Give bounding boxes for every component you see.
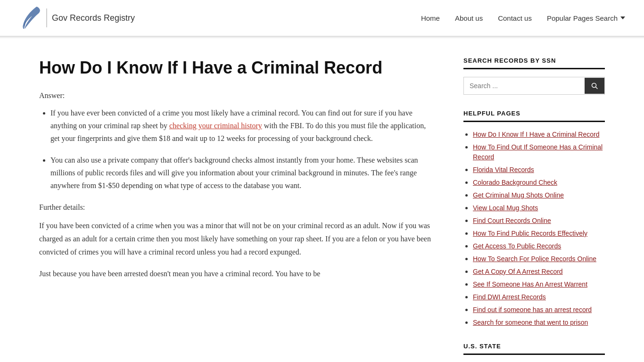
- article-body-1: If you have been convicted of a crime wh…: [39, 219, 435, 259]
- logo-divider: [46, 8, 47, 27]
- search-input[interactable]: [464, 77, 585, 94]
- helpful-list-item: Get Access To Public Records: [473, 241, 605, 251]
- helpful-link-11[interactable]: See If Someone Has An Arrest Warrent: [473, 280, 587, 288]
- helpful-link-14[interactable]: Search for someone that went to prison: [473, 319, 588, 326]
- site-name: Gov Records Registry: [52, 13, 135, 23]
- main-nav: Home About us Contact us Popular Pages S…: [421, 14, 625, 22]
- helpful-link-6[interactable]: Find Court Records Online: [473, 217, 551, 224]
- helpful-list-item: Get Criminal Mug Shots Online: [473, 190, 605, 200]
- bullet-1: If you have ever been convicted of a cri…: [50, 107, 435, 145]
- site-header: Gov Records Registry Home About us Conta…: [0, 0, 644, 36]
- us-state-title: U.S. STATE: [463, 343, 605, 355]
- helpful-list-item: View Local Mug Shots: [473, 203, 605, 213]
- search-box: [463, 77, 605, 95]
- answer-label: Answer:: [39, 91, 435, 100]
- helpful-link-10[interactable]: Get A Copy Of A Arrest Record: [473, 268, 563, 275]
- helpful-list-item: See If Someone Has An Arrest Warrent: [473, 280, 605, 289]
- helpful-link-7[interactable]: How To Find Public Records Effectively: [473, 230, 587, 237]
- helpful-list-item: How Do I Know If I Have a Criminal Recor…: [473, 130, 605, 140]
- helpful-link-1[interactable]: How To Find Out If Someone Has a Crimina…: [473, 143, 603, 161]
- helpful-link-8[interactable]: Get Access To Public Records: [473, 242, 561, 250]
- helpful-list-item: Search for someone that went to prison: [473, 318, 605, 328]
- quill-icon: [19, 6, 41, 30]
- search-section: SEARCH RECORDS BY SSN: [463, 57, 605, 95]
- helpful-list-item: How To Find Out If Someone Has a Crimina…: [473, 142, 605, 162]
- criminal-history-link[interactable]: checking your criminal history: [169, 122, 262, 130]
- helpful-list-item: How To Find Public Records Effectively: [473, 229, 605, 239]
- further-details-label: Further details:: [39, 203, 435, 212]
- helpful-list-item: Colorado Background Check: [473, 178, 605, 188]
- nav-home[interactable]: Home: [421, 14, 440, 22]
- helpful-link-12[interactable]: Find DWI Arrest Records: [473, 293, 546, 301]
- search-icon: [591, 82, 598, 89]
- search-section-title: SEARCH RECORDS BY SSN: [463, 57, 605, 69]
- helpful-list-item: Find Court Records Online: [473, 216, 605, 226]
- helpful-link-2[interactable]: Florida Vital Records: [473, 166, 534, 173]
- helpful-pages-section: HELPFUL PAGES How Do I Know If I Have a …: [463, 110, 605, 328]
- nav-about[interactable]: About us: [455, 14, 483, 22]
- nav-popular-label: Popular Pages Search: [547, 14, 618, 22]
- helpful-links-list: How Do I Know If I Have a Criminal Recor…: [463, 130, 605, 328]
- svg-line-1: [596, 87, 598, 89]
- main-content: How Do I Know If I Have a Criminal Recor…: [39, 57, 435, 362]
- nav-contact[interactable]: Contact us: [498, 14, 532, 22]
- sidebar: SEARCH RECORDS BY SSN HELPFUL PAGES How …: [463, 57, 605, 362]
- helpful-list-item: Find out if someone has an arrest record: [473, 305, 605, 315]
- helpful-link-9[interactable]: How To Search For Police Records Online: [473, 255, 596, 263]
- helpful-list-item: How To Search For Police Records Online: [473, 254, 605, 264]
- helpful-list-item: Get A Copy Of A Arrest Record: [473, 267, 605, 277]
- helpful-list-item: Florida Vital Records: [473, 165, 605, 175]
- page-wrapper: How Do I Know If I Have a Criminal Recor…: [20, 38, 624, 362]
- search-button[interactable]: [585, 78, 604, 94]
- us-state-section: U.S. STATE: [463, 343, 605, 355]
- article-bullets: If you have ever been convicted of a cri…: [39, 107, 435, 192]
- helpful-section-title: HELPFUL PAGES: [463, 110, 605, 122]
- chevron-down-icon: [620, 16, 625, 19]
- bullet-2: You can also use a private company that …: [50, 154, 435, 192]
- helpful-link-4[interactable]: Get Criminal Mug Shots Online: [473, 191, 564, 199]
- article-title: How Do I Know If I Have a Criminal Recor…: [39, 57, 435, 78]
- site-logo: Gov Records Registry: [19, 6, 135, 30]
- nav-popular-pages[interactable]: Popular Pages Search: [547, 14, 625, 22]
- helpful-link-0[interactable]: How Do I Know If I Have a Criminal Recor…: [473, 131, 599, 138]
- helpful-link-3[interactable]: Colorado Background Check: [473, 179, 557, 186]
- article-body-2: Just because you have been arrested does…: [39, 267, 435, 280]
- helpful-list-item: Find DWI Arrest Records: [473, 292, 605, 302]
- helpful-link-5[interactable]: View Local Mug Shots: [473, 204, 538, 212]
- helpful-link-13[interactable]: Find out if someone has an arrest record: [473, 306, 592, 313]
